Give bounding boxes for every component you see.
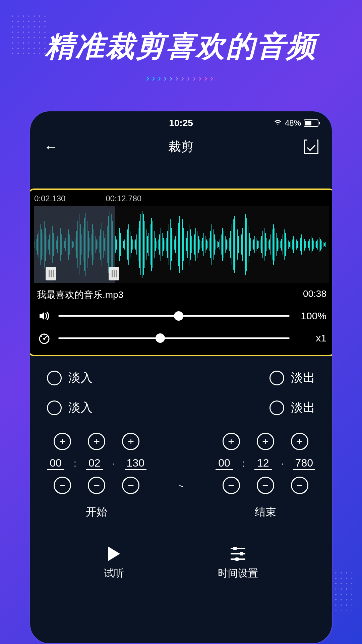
start-time-group: + + + 00 : 02 · 130 − − − 开始	[47, 433, 146, 520]
fade-out-option[interactable]: 淡出	[269, 370, 315, 386]
waveform-display[interactable]	[34, 206, 329, 283]
plus-button[interactable]: +	[88, 433, 105, 450]
play-icon	[108, 546, 120, 561]
plus-button[interactable]: +	[223, 433, 240, 450]
minus-button[interactable]: −	[257, 477, 274, 494]
volume-icon	[37, 309, 52, 323]
speed-value: x1	[296, 332, 326, 344]
speed-icon	[37, 331, 52, 345]
minus-button[interactable]: −	[291, 477, 308, 494]
fade-out-label-2: 淡出	[291, 399, 315, 416]
speed-slider[interactable]	[58, 337, 290, 339]
battery-icon	[304, 119, 318, 127]
fade-out-option-2[interactable]: 淡出	[269, 399, 315, 416]
time-settings-button[interactable]: 时间设置	[218, 546, 258, 580]
radio-icon	[47, 400, 62, 415]
volume-slider[interactable]	[58, 315, 290, 317]
tilde-separator: ~	[178, 481, 184, 492]
fade-in-label: 淡入	[68, 370, 93, 386]
page-title: 裁剪	[168, 138, 194, 155]
minus-button[interactable]: −	[223, 477, 240, 494]
confirm-icon[interactable]	[304, 140, 318, 154]
decoration-dots	[10, 13, 50, 54]
fade-out-label: 淡出	[291, 370, 315, 386]
start-mm[interactable]: 00	[47, 457, 64, 470]
file-duration: 00:38	[303, 288, 326, 301]
fade-in-label-2: 淡入	[68, 399, 93, 416]
trim-handle-end[interactable]	[109, 267, 119, 280]
minus-button[interactable]: −	[88, 477, 105, 494]
end-time-group: + + + 00 : 12 · 780 − − − 结束	[216, 433, 315, 520]
preview-label: 试听	[104, 567, 124, 580]
marker-start: 0:02.130	[34, 194, 65, 203]
back-arrow-icon[interactable]: ←	[44, 139, 58, 155]
phone-frame: 10:25 48% ← 裁剪 0:02.130 00:12.780 我最喜欢的音…	[29, 111, 333, 644]
promo-headline: 精准裁剪喜欢的音频	[0, 0, 362, 66]
radio-icon	[269, 371, 284, 385]
svg-line-3	[41, 336, 42, 337]
end-ms[interactable]: 780	[293, 457, 315, 470]
start-ss[interactable]: 02	[86, 457, 103, 470]
start-label: 开始	[86, 505, 107, 520]
file-name: 我最喜欢的音乐.mp3	[37, 288, 123, 301]
time-settings-label: 时间设置	[218, 567, 258, 580]
sliders-icon	[231, 546, 245, 561]
preview-button[interactable]: 试听	[104, 546, 124, 580]
plus-button[interactable]: +	[291, 433, 308, 450]
fade-in-option[interactable]: 淡入	[47, 370, 93, 386]
volume-thumb[interactable]	[174, 311, 183, 321]
status-time: 10:25	[169, 118, 193, 128]
svg-point-2	[43, 338, 45, 340]
marker-end: 00:12.780	[106, 194, 141, 203]
volume-slider-row: 100%	[34, 309, 329, 323]
chevron-decoration: ››››››››››››	[0, 73, 362, 84]
status-bar: 10:25 48%	[30, 111, 332, 131]
time-markers: 0:02.130 00:12.780	[34, 194, 329, 203]
nav-bar: ← 裁剪	[30, 131, 332, 162]
radio-icon	[269, 400, 284, 415]
volume-value: 100%	[296, 310, 326, 322]
plus-button[interactable]: +	[122, 433, 139, 450]
speed-thumb[interactable]	[156, 333, 165, 343]
wifi-icon	[274, 118, 282, 128]
battery-percent: 48%	[285, 118, 301, 128]
plus-button[interactable]: +	[54, 433, 71, 450]
minus-button[interactable]: −	[54, 477, 71, 494]
radio-icon	[47, 371, 62, 385]
speed-slider-row: x1	[34, 331, 329, 345]
end-label: 结束	[255, 505, 276, 520]
end-ss[interactable]: 12	[254, 457, 272, 470]
waveform-panel: 0:02.130 00:12.780 我最喜欢的音乐.mp3 00:38 100…	[29, 189, 333, 356]
start-ms[interactable]: 130	[125, 457, 146, 470]
end-mm[interactable]: 00	[216, 457, 233, 470]
trim-handle-start[interactable]	[46, 267, 56, 280]
minus-button[interactable]: −	[122, 477, 139, 494]
fade-in-option-2[interactable]: 淡入	[47, 399, 93, 416]
plus-button[interactable]: +	[257, 433, 274, 450]
